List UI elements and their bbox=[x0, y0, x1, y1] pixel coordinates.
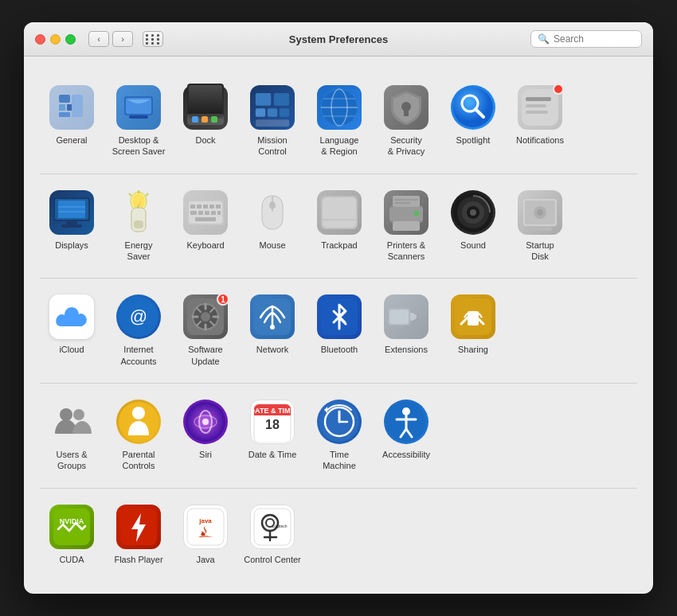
traffic-lights bbox=[35, 34, 76, 45]
pref-language[interactable]: Language& Region bbox=[307, 79, 371, 164]
pref-extensions[interactable]: Extensions bbox=[374, 288, 438, 373]
spotlight-label: Spotlight bbox=[456, 135, 491, 146]
pref-accessibility[interactable]: Accessibility bbox=[374, 393, 438, 478]
svg-text:@: @ bbox=[130, 306, 147, 326]
notifications-badge bbox=[553, 84, 564, 95]
pref-network[interactable]: Network bbox=[241, 288, 304, 373]
trackpad-icon bbox=[317, 190, 362, 235]
pref-desktop[interactable]: Desktop &Screen Saver bbox=[107, 79, 170, 164]
siri-label: Siri bbox=[199, 449, 212, 460]
pref-bluetooth[interactable]: Bluetooth bbox=[307, 288, 371, 373]
printers-icon bbox=[384, 190, 429, 235]
accessibility-icon-wrap bbox=[384, 400, 429, 444]
security-label: Security& Privacy bbox=[388, 135, 425, 158]
svg-rect-37 bbox=[58, 201, 85, 218]
cuda-icon-wrap: NVIDIA bbox=[49, 505, 94, 549]
accessibility-icon bbox=[384, 400, 429, 444]
spotlight-icon bbox=[451, 85, 495, 130]
forward-button[interactable]: › bbox=[112, 31, 133, 47]
svg-rect-61 bbox=[195, 217, 216, 221]
logitech-icon: Logitech bbox=[250, 505, 295, 549]
pref-trackpad[interactable]: Trackpad bbox=[307, 184, 371, 269]
pref-icloud[interactable]: iCloud bbox=[40, 288, 104, 373]
pref-cuda[interactable]: NVIDIA CUDA bbox=[40, 498, 104, 571]
datetime-label: Date & Time bbox=[248, 449, 297, 460]
svg-rect-19 bbox=[256, 119, 289, 127]
mission-icon-wrap bbox=[250, 85, 295, 130]
pref-timemachine[interactable]: TimeMachine bbox=[307, 393, 371, 478]
section-other: NVIDIA CUDA Flash Player bbox=[40, 489, 637, 581]
security-icon-wrap bbox=[384, 85, 429, 130]
software-label: SoftwareUpdate bbox=[188, 344, 222, 367]
mouse-icon bbox=[250, 190, 295, 235]
close-button[interactable] bbox=[35, 34, 45, 45]
language-label: Language& Region bbox=[320, 135, 359, 158]
pref-spotlight[interactable]: Spotlight bbox=[441, 79, 505, 164]
trackpad-label: Trackpad bbox=[321, 240, 357, 251]
startup-icon bbox=[518, 190, 562, 235]
maximize-button[interactable] bbox=[65, 34, 76, 45]
pref-software[interactable]: 1 SoftwareUpdate bbox=[174, 288, 237, 373]
security-icon bbox=[384, 85, 429, 130]
svg-rect-14 bbox=[256, 93, 271, 106]
pref-users[interactable]: Users &Groups bbox=[40, 393, 104, 478]
svg-rect-15 bbox=[274, 93, 289, 106]
pref-sound[interactable]: Sound bbox=[441, 184, 505, 269]
pref-keyboard[interactable]: Keyboard bbox=[174, 184, 237, 269]
pref-printers[interactable]: Printers &Scanners bbox=[374, 184, 438, 269]
svg-rect-18 bbox=[280, 108, 289, 117]
svg-text:java: java bbox=[198, 517, 212, 524]
svg-rect-32 bbox=[526, 97, 551, 101]
extensions-icon-wrap bbox=[384, 294, 429, 339]
network-label: Network bbox=[256, 344, 288, 355]
pref-energy[interactable]: EnergySaver bbox=[107, 184, 170, 269]
pref-startup[interactable]: StartupDisk bbox=[508, 184, 572, 269]
search-input[interactable] bbox=[554, 33, 635, 45]
pref-sharing[interactable]: Sharing bbox=[441, 288, 505, 373]
svg-rect-12 bbox=[202, 116, 208, 123]
svg-rect-52 bbox=[197, 205, 202, 209]
flash-icon bbox=[116, 505, 161, 549]
pref-general[interactable]: General bbox=[40, 79, 104, 164]
svg-text:18: 18 bbox=[265, 418, 280, 431]
pref-logitech[interactable]: Logitech Control Center bbox=[241, 498, 304, 571]
svg-rect-53 bbox=[203, 205, 208, 209]
bluetooth-icon bbox=[317, 294, 362, 339]
pref-mission[interactable]: MissionControl bbox=[241, 79, 304, 164]
svg-rect-72 bbox=[394, 202, 410, 204]
displays-icon-wrap bbox=[49, 190, 94, 235]
pref-datetime[interactable]: DATE & TIME 18 Date & Time bbox=[241, 393, 304, 478]
pref-displays[interactable]: Displays bbox=[40, 184, 104, 269]
section-hardware: Displays bbox=[40, 174, 637, 279]
language-icon bbox=[317, 85, 362, 130]
mouse-icon-wrap bbox=[250, 190, 295, 235]
trackpad-icon-wrap bbox=[317, 190, 362, 235]
pref-parental[interactable]: ParentalControls bbox=[107, 393, 170, 478]
pref-siri[interactable]: Siri bbox=[174, 393, 237, 478]
section-internet: iCloud @ InternetAccounts bbox=[40, 279, 637, 384]
pref-security[interactable]: Security& Privacy bbox=[374, 79, 438, 164]
svg-rect-1 bbox=[59, 104, 65, 111]
search-bar[interactable]: 🔍 bbox=[530, 30, 642, 48]
energy-label: EnergySaver bbox=[125, 240, 153, 263]
pref-notifications[interactable]: Notifications bbox=[508, 79, 572, 164]
svg-rect-40 bbox=[66, 221, 77, 224]
svg-point-78 bbox=[470, 209, 476, 216]
siri-icon-wrap bbox=[183, 400, 228, 444]
pref-flash[interactable]: Flash Player bbox=[107, 498, 170, 571]
timemachine-label: TimeMachine bbox=[323, 449, 356, 472]
parental-icon-wrap bbox=[116, 400, 161, 444]
pref-internet[interactable]: @ InternetAccounts bbox=[107, 288, 170, 373]
pref-dock[interactable]: Dock bbox=[174, 79, 237, 164]
svg-rect-27 bbox=[404, 110, 409, 116]
grid-view-button[interactable] bbox=[143, 31, 163, 47]
displays-icon bbox=[49, 190, 94, 235]
pref-java[interactable]: java Java bbox=[174, 498, 237, 571]
back-button[interactable]: ‹ bbox=[88, 31, 109, 47]
pref-mouse[interactable]: Mouse bbox=[241, 184, 304, 269]
svg-rect-101 bbox=[389, 310, 409, 324]
minimize-button[interactable] bbox=[50, 34, 61, 45]
section-system: Users &Groups ParentalControls bbox=[40, 384, 637, 489]
svg-point-28 bbox=[453, 88, 493, 127]
svg-point-82 bbox=[537, 209, 543, 216]
